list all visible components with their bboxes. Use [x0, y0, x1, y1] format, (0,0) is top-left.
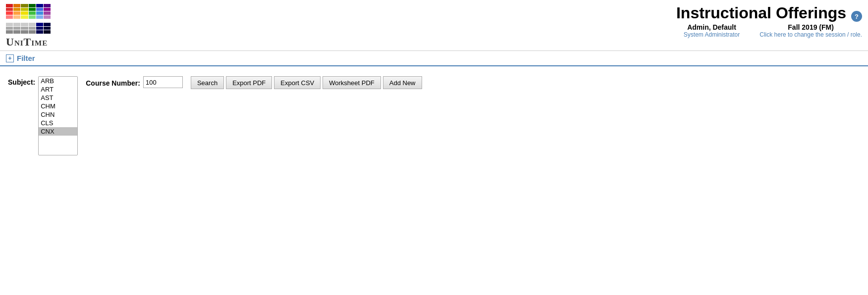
- add-new-button[interactable]: Add New: [383, 76, 422, 89]
- logo-area: UniTime: [6, 4, 51, 49]
- help-icon[interactable]: ?: [851, 11, 862, 22]
- user-name: Admin, Default: [684, 23, 740, 31]
- worksheet-pdf-button[interactable]: Worksheet PDF: [323, 76, 381, 89]
- course-number-group: Course Number:: [86, 76, 183, 88]
- filter-section: + Filter: [0, 51, 868, 66]
- filter-label: Filter: [17, 54, 35, 62]
- logo-grid: [6, 4, 51, 34]
- session-name: Fall 2019 (FM): [760, 23, 862, 31]
- session-info-block[interactable]: Fall 2019 (FM) Click here to change the …: [760, 23, 862, 38]
- course-number-label: Course Number:: [86, 77, 140, 87]
- header: UniTime Instructional Offerings ? Admin,…: [0, 0, 868, 51]
- logo-text: UniTime: [6, 36, 48, 49]
- buttons-group: SearchExport PDFExport CSVWorksheet PDFA…: [191, 76, 422, 89]
- main-content: Subject: ARBARTASTCHMCHNCLSCNX Course Nu…: [0, 66, 868, 165]
- subject-group: Subject: ARBARTASTCHMCHNCLSCNX: [8, 76, 78, 155]
- form-row: Subject: ARBARTASTCHMCHNCLSCNX Course Nu…: [8, 76, 860, 155]
- header-right: Instructional Offerings ? Admin, Default…: [60, 4, 862, 38]
- export-csv-button[interactable]: Export CSV: [274, 76, 321, 89]
- filter-toggle[interactable]: + Filter: [6, 54, 862, 62]
- filter-expand-icon: +: [6, 54, 14, 62]
- subject-label: Subject:: [8, 76, 35, 86]
- export-pdf-button[interactable]: Export PDF: [226, 76, 272, 89]
- page-title-area: Instructional Offerings ?: [60, 4, 862, 22]
- course-number-input[interactable]: [143, 76, 183, 88]
- user-role: System Administrator: [684, 31, 740, 38]
- user-info-block: Admin, Default System Administrator: [684, 23, 740, 38]
- page-title: Instructional Offerings: [676, 4, 846, 22]
- search-button[interactable]: Search: [191, 76, 224, 89]
- header-meta: Admin, Default System Administrator Fall…: [60, 23, 862, 38]
- subject-listbox[interactable]: ARBARTASTCHMCHNCLSCNX: [38, 76, 78, 155]
- session-change-link[interactable]: Click here to change the session / role.: [760, 31, 862, 38]
